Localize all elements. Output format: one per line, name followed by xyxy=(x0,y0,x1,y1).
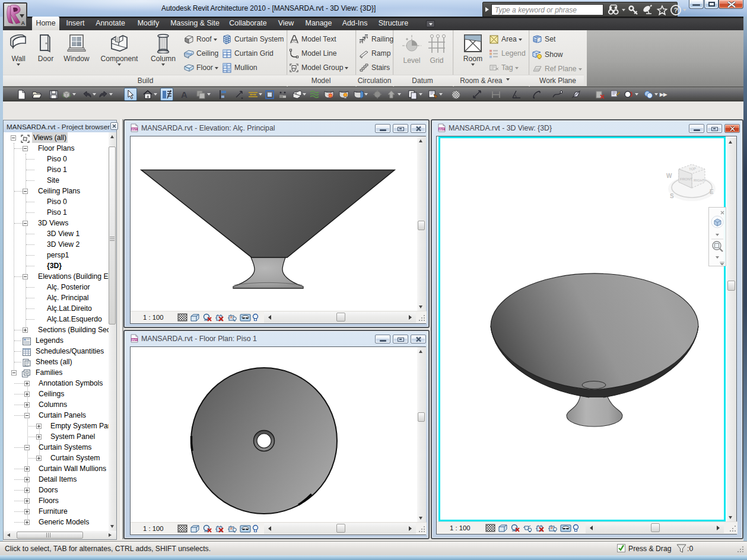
svg-text:RIGHT: RIGHT xyxy=(694,179,705,182)
svg-text:W: W xyxy=(666,173,672,179)
svg-text:FRONT: FRONT xyxy=(680,177,692,181)
svg-text:RVT: RVT xyxy=(132,128,137,131)
svg-text:S: S xyxy=(670,193,674,199)
svg-text:E: E xyxy=(710,189,714,195)
svg-text:RVT: RVT xyxy=(439,128,444,131)
svg-text:?: ? xyxy=(674,7,678,14)
svg-text:TOP: TOP xyxy=(689,167,697,171)
svg-text:RVT: RVT xyxy=(132,339,137,342)
svg-text:A: A xyxy=(181,90,187,100)
